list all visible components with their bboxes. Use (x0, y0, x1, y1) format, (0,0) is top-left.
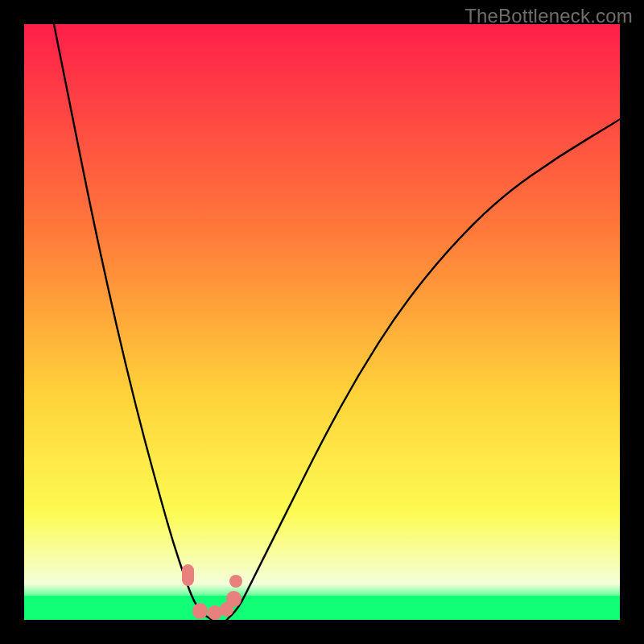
curve-layer (24, 24, 620, 620)
left-pill-marker (182, 564, 194, 586)
bottom-left-marker (192, 603, 208, 618)
notch-upper-marker (229, 575, 242, 588)
watermark-text: TheBottleneck.com (464, 5, 633, 27)
curve-right-branch (227, 119, 620, 620)
curve-left-branch (54, 24, 212, 620)
chart-frame (24, 24, 620, 620)
bottom-right-marker (220, 602, 234, 617)
